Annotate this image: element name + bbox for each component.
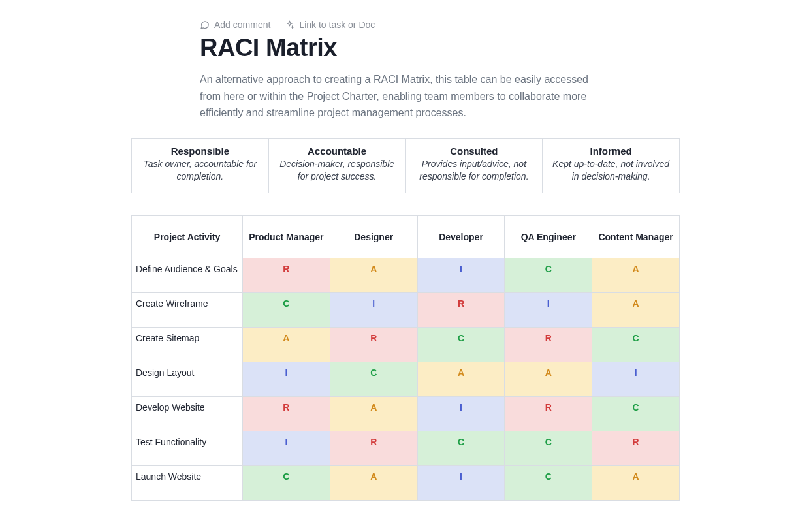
activity-cell: Develop Website bbox=[132, 396, 243, 431]
link-task-button[interactable]: Link to task or Doc bbox=[285, 20, 375, 30]
page-title: RACI Matrix bbox=[200, 34, 611, 62]
raci-cell: C bbox=[592, 327, 680, 362]
table-row: Create WireframeCIRIA bbox=[132, 292, 680, 327]
legend-subtitle: Kept up-to-date, not involved in decisio… bbox=[550, 158, 671, 183]
raci-cell: C bbox=[505, 258, 592, 292]
table-row: Test FunctionalityIRCCR bbox=[132, 431, 680, 465]
raci-cell: C bbox=[417, 431, 505, 465]
raci-cell: C bbox=[505, 465, 592, 500]
raci-cell: A bbox=[592, 465, 680, 500]
activity-cell: Define Audience & Goals bbox=[132, 258, 243, 292]
raci-cell: C bbox=[417, 327, 505, 362]
raci-cell: C bbox=[243, 465, 330, 500]
activity-cell: Test Functionality bbox=[132, 431, 243, 465]
raci-cell: R bbox=[243, 258, 330, 292]
raci-cell: R bbox=[417, 292, 505, 327]
raci-cell: I bbox=[243, 362, 330, 396]
raci-cell: C bbox=[592, 396, 680, 431]
raci-cell: R bbox=[330, 327, 417, 362]
legend-title: Consulted bbox=[414, 146, 535, 157]
page-description: An alternative approach to creating a RA… bbox=[200, 71, 611, 121]
sparkle-icon bbox=[285, 20, 294, 30]
raci-cell: R bbox=[592, 431, 680, 465]
raci-cell: I bbox=[330, 292, 417, 327]
table-row: Create SitemapARCRC bbox=[132, 327, 680, 362]
activity-cell: Create Wireframe bbox=[132, 292, 243, 327]
raci-cell: I bbox=[417, 396, 505, 431]
legend-cell: ConsultedProvides input/advice, not resp… bbox=[406, 138, 543, 193]
matrix-header-role: QA Engineer bbox=[505, 215, 592, 258]
raci-cell: C bbox=[330, 362, 417, 396]
legend-title: Responsible bbox=[140, 146, 261, 157]
raci-cell: A bbox=[330, 258, 417, 292]
legend-cell: InformedKept up-to-date, not involved in… bbox=[543, 138, 680, 193]
table-row: Define Audience & GoalsRAICA bbox=[132, 258, 680, 292]
raci-cell: A bbox=[330, 396, 417, 431]
comment-icon bbox=[200, 20, 210, 30]
raci-cell: I bbox=[592, 362, 680, 396]
matrix-header-activity: Project Activity bbox=[132, 215, 243, 258]
raci-cell: A bbox=[243, 327, 330, 362]
raci-matrix-table: Project ActivityProduct ManagerDesignerD… bbox=[131, 215, 680, 501]
link-task-label: Link to task or Doc bbox=[299, 20, 375, 30]
matrix-header-role: Content Manager bbox=[592, 215, 680, 258]
legend-subtitle: Decision-maker, responsible for project … bbox=[277, 158, 398, 183]
table-row: Design LayoutICAAI bbox=[132, 362, 680, 396]
table-row: Develop WebsiteRAIRC bbox=[132, 396, 680, 431]
raci-cell: A bbox=[592, 258, 680, 292]
raci-cell: R bbox=[505, 396, 592, 431]
add-comment-button[interactable]: Add comment bbox=[200, 20, 270, 30]
raci-cell: I bbox=[243, 431, 330, 465]
raci-legend-table: ResponsibleTask owner, accountable for c… bbox=[131, 138, 680, 193]
raci-cell: C bbox=[505, 431, 592, 465]
raci-cell: C bbox=[243, 292, 330, 327]
legend-title: Accountable bbox=[277, 146, 398, 157]
activity-cell: Launch Website bbox=[132, 465, 243, 500]
activity-cell: Design Layout bbox=[132, 362, 243, 396]
activity-cell: Create Sitemap bbox=[132, 327, 243, 362]
raci-cell: R bbox=[505, 327, 592, 362]
legend-subtitle: Task owner, accountable for completion. bbox=[140, 158, 261, 183]
raci-cell: A bbox=[330, 465, 417, 500]
raci-cell: R bbox=[330, 431, 417, 465]
legend-title: Informed bbox=[550, 146, 671, 157]
legend-subtitle: Provides input/advice, not responsible f… bbox=[414, 158, 535, 183]
raci-cell: R bbox=[243, 396, 330, 431]
matrix-header-role: Designer bbox=[330, 215, 417, 258]
raci-cell: A bbox=[592, 292, 680, 327]
raci-cell: A bbox=[505, 362, 592, 396]
doc-toolbar: Add comment Link to task or Doc bbox=[200, 20, 611, 30]
add-comment-label: Add comment bbox=[214, 20, 270, 30]
raci-cell: I bbox=[505, 292, 592, 327]
legend-cell: AccountableDecision-maker, responsible f… bbox=[268, 138, 406, 193]
matrix-header-role: Developer bbox=[417, 215, 505, 258]
legend-cell: ResponsibleTask owner, accountable for c… bbox=[132, 138, 269, 193]
matrix-header-role: Product Manager bbox=[243, 215, 330, 258]
raci-cell: I bbox=[417, 465, 505, 500]
table-row: Launch WebsiteCAICA bbox=[132, 465, 680, 500]
raci-cell: A bbox=[417, 362, 505, 396]
raci-cell: I bbox=[417, 258, 505, 292]
